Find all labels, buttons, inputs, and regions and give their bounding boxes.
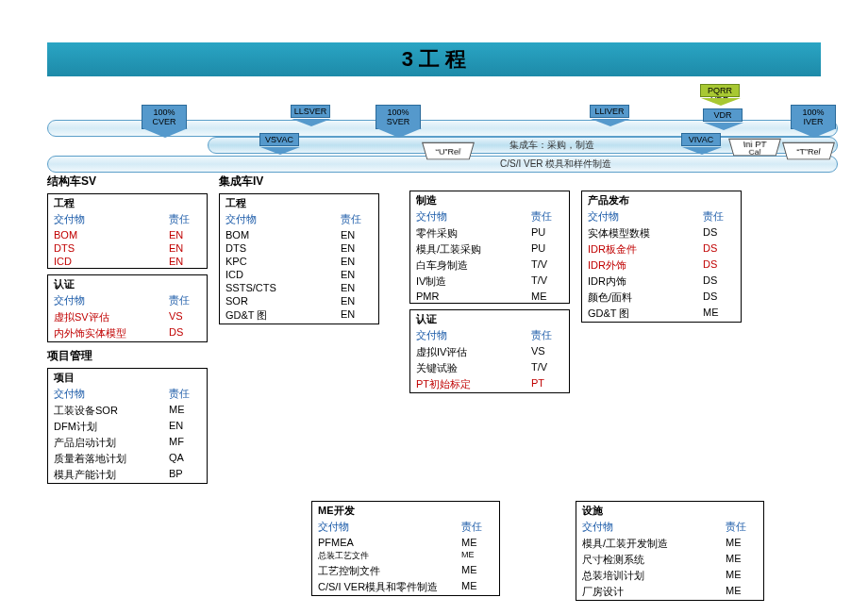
box-title: 工程 (48, 194, 207, 212)
table-row: 模具/工装开发制造ME (576, 536, 763, 552)
col-deliverable: 交付物 (54, 212, 169, 226)
iv-header: 集成车IV (219, 174, 379, 190)
table-row: 内外饰实体模型DS (48, 325, 207, 341)
fac-box: 设施交付物责任模具/工装开发制造ME尺寸检测系统ME总装培训计划ME厂房设计ME (576, 501, 764, 601)
table-row: 厂房设计ME (576, 584, 763, 600)
box-title: 认证 (48, 275, 207, 293)
table-row: 颜色/面料DS (582, 290, 741, 306)
milestone-chevron: VIVAC (681, 133, 721, 146)
table-row: 质量着落地计划QA (48, 451, 207, 467)
col-resp: 责任 (169, 387, 201, 401)
table-row: PFMEAME (312, 536, 499, 549)
table-row: 关键试验T/V (410, 360, 569, 376)
table-row: 工装设备SORME (48, 403, 207, 419)
col-deliverable: 交付物 (54, 293, 169, 307)
sv-cert-box: 认证交付物责任虚拟SV评估VS内外饰实体模型DS (47, 274, 208, 342)
mfg-cert-box: 认证交付物责任虚拟IV评估VS关键试验T/VPT初始标定PT (409, 309, 570, 393)
table-row: 总装工艺文件ME (312, 549, 499, 563)
table-row: 总装培训计划ME (576, 568, 763, 584)
table-row: ICDEN (220, 268, 378, 281)
table-row: 虚拟SV评估VS (48, 309, 207, 325)
box-title: 认证 (410, 310, 569, 328)
col-resp: 责任 (531, 209, 563, 224)
table-row: 白车身制造T/V (410, 257, 569, 274)
col-deliverable: 交付物 (416, 209, 531, 224)
table-row: 产品启动计划MF (48, 435, 207, 451)
box-title: 项目 (48, 369, 207, 387)
table-row: BOMEN (48, 228, 207, 241)
table-row: BOMEN (220, 228, 378, 241)
table-row: C/S/I VER模具和零件制造ME (312, 579, 499, 595)
table-row: DTSEN (220, 241, 378, 255)
table-row: PT初始标定PT (410, 376, 569, 392)
table-row: 模具/工装采购PU (410, 241, 569, 257)
milestone-chevron: LLIVER (590, 105, 629, 118)
table-row: IDR板金件DS (582, 241, 741, 257)
table-row: GD&T 图EN (220, 307, 378, 324)
iv-eng-box: 工程交付物责任BOMENDTSENKPCENICDENSSTS/CTSENSOR… (219, 193, 379, 324)
milestone-chevron: LLSVER (291, 105, 330, 118)
me-dev-box: ME开发交付物责任PFMEAME总装工艺文件ME工艺控制文件MEC/S/I VE… (311, 501, 500, 596)
col-deliverable: 交付物 (225, 212, 341, 226)
table-row: 实体模型数模DS (582, 225, 741, 241)
mfg-box: 制造交付物责任零件采购PU模具/工装采购PU白车身制造T/VIV制造T/VPMR… (409, 191, 570, 304)
milestone-chevron: 100%SVER (376, 105, 421, 129)
col-deliverable: 交付物 (588, 209, 703, 224)
milestone-trap: “U”Rel (422, 142, 475, 159)
box-title: 制造 (410, 191, 569, 209)
table-row: SOREN (220, 294, 378, 307)
sv-pm-box: 项目交付物责任工装设备SORMEDFM计划EN产品启动计划MF质量着落地计划QA… (47, 368, 208, 484)
table-row: 尺寸检测系统ME (576, 552, 763, 568)
timeline-label: C/S/I VER 模具和样件制造 (500, 158, 611, 171)
pm-header: 项目管理 (47, 348, 208, 364)
table-row: IDR内饰DS (582, 274, 741, 290)
box-title: ME开发 (312, 502, 499, 520)
prod-box: 产品发布交付物责任实体模型数模DSIDR板金件DSIDR外饰DSIDR内饰DS颜… (581, 191, 742, 323)
table-row: DTSEN (48, 241, 207, 255)
table-row: IDR外饰DS (582, 257, 741, 274)
col-resp: 责任 (461, 520, 493, 534)
table-row: SSTS/CTSEN (220, 281, 378, 294)
table-row: IV制造T/V (410, 274, 569, 290)
milestone-chevron: PQRRVDR (700, 84, 740, 97)
table-row: GD&T 图ME (582, 306, 741, 322)
milestone-chevron: VSVAC (259, 133, 299, 146)
col-deliverable: 交付物 (416, 328, 531, 342)
col-resp: 责任 (169, 293, 201, 307)
box-title: 工程 (220, 194, 378, 212)
milestone-chevron: VDR (703, 108, 743, 122)
box-title: 设施 (576, 502, 763, 520)
milestone-chevron: 100%CVER (142, 105, 187, 129)
table-row: 虚拟IV评估VS (410, 344, 569, 360)
milestone-chevron: 100%IVER (791, 105, 836, 129)
col-resp: 责任 (531, 328, 563, 342)
box-title: 产品发布 (582, 191, 741, 209)
timeline: 集成车：采购，制造C/S/I VER 模具和样件制造100%CVERLLSVER… (47, 76, 821, 166)
table-row: 工艺控制文件ME (312, 563, 499, 579)
table-row: 模具产能计划BP (48, 467, 207, 483)
sv-eng-box: 工程交付物责任BOMENDTSENICDEN (47, 193, 208, 269)
table-row: DFM计划EN (48, 419, 207, 435)
milestone-trap: Ini PTCal (728, 139, 781, 156)
col-resp: 责任 (703, 209, 735, 224)
timeline-label: 集成车：采购，制造 (509, 139, 594, 152)
table-row: ICDEN (48, 255, 207, 268)
col-deliverable: 交付物 (318, 520, 461, 534)
sv-header: 结构车SV (47, 174, 208, 190)
page-title: 3 工 程 (47, 42, 821, 76)
col-deliverable: 交付物 (582, 520, 726, 534)
milestone-trap: “T”Rel (782, 142, 835, 159)
col-resp: 责任 (169, 212, 201, 226)
table-row: PMRME (410, 290, 569, 303)
table-row: KPCEN (220, 255, 378, 268)
col-resp: 责任 (726, 520, 758, 534)
col-resp: 责任 (341, 212, 373, 226)
table-row: 零件采购PU (410, 225, 569, 241)
col-deliverable: 交付物 (54, 387, 169, 401)
